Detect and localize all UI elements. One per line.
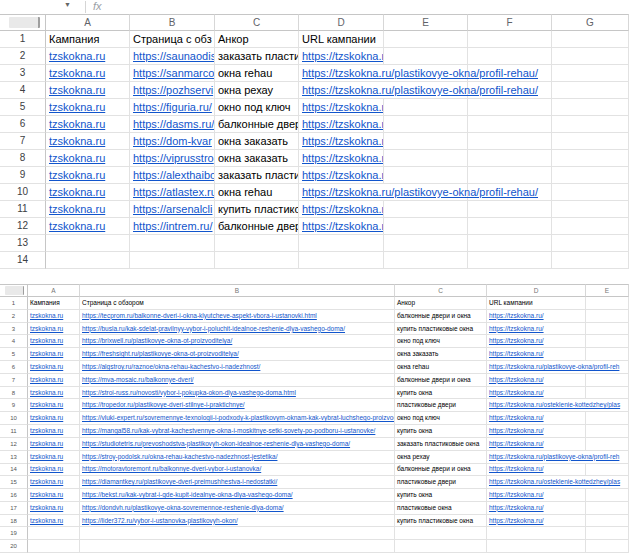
bottom-cell-B6[interactable]: https://algstroy.ru/raznoe/okna-rehau-ka… [80,361,395,374]
top-cell-D1[interactable]: URL кампании [299,31,384,48]
top-cell-F12[interactable] [468,218,552,235]
top-cell-A7[interactable]: tzskokna.ru [46,133,130,150]
bottom-cell-B5[interactable]: https://freshsight.ru/plastikovye-okna-o… [80,348,395,361]
bottom-cell-A18[interactable]: tzskokna.ru [28,515,80,528]
top-cell-F13[interactable] [468,235,552,252]
top-link-A5[interactable]: tzskokna.ru [49,99,126,115]
bottom-cell-A11[interactable]: tzskokna.ru [28,425,80,438]
bottom-cell-B17[interactable]: https://dondvh.ru/plastikovye-okna-sovre… [80,502,395,515]
top-cell-C4[interactable]: окна рехау [215,82,299,99]
top-cell-A5[interactable]: tzskokna.ru [46,99,130,116]
bottom-cell-E18[interactable] [586,515,629,528]
bottom-cell-B11[interactable]: https://mangal58.ru/kak-vybrat-kachestve… [80,425,395,438]
bottom-cell-A14[interactable]: tzskokna.ru [28,463,80,476]
top-link-A10[interactable]: tzskokna.ru [49,184,126,200]
bottom-cell-D2[interactable]: https://tzskokna.ru/ [487,310,586,323]
top-cell-E11[interactable] [384,201,468,218]
bottom-cell-B14[interactable]: https://motoravtoremont.ru/balkonnye-dve… [80,463,395,476]
bottom-cell-C5[interactable]: окна заказать [395,348,487,361]
top-cell-B9[interactable]: https://alexthaibo [130,167,215,184]
top-cell-B3[interactable]: https://sanmarco [130,65,215,82]
bottom-cell-B19[interactable] [80,527,395,540]
bottom-cell-A17[interactable]: tzskokna.ru [28,502,80,515]
bottom-cell-D6[interactable]: https://tzskokna.ru/plastikovye-okna/pro… [487,361,586,374]
bottom-link-B16[interactable]: https://bekst.ru/kak-vybrat-i-gde-kupit-… [82,489,392,501]
top-cell-G3[interactable] [552,65,629,82]
top-link-A2[interactable]: tzskokna.ru [49,48,126,64]
top-cell-A12[interactable]: tzskokna.ru [46,218,130,235]
top-column-header-B[interactable]: B [130,14,215,31]
top-link-D8[interactable]: https://tzskokna.ru/ [302,150,380,166]
bottom-link-A15[interactable]: tzskokna.ru [30,476,77,488]
top-cell-D5[interactable]: https://tzskokna.ru/ [299,99,384,116]
top-cell-E6[interactable] [384,116,468,133]
bottom-cell-A8[interactable]: tzskokna.ru [28,387,80,400]
top-link-B5[interactable]: https://figuria.ru/ [133,99,211,115]
bottom-cell-E5[interactable] [586,348,629,361]
bottom-row-number-4[interactable]: 4 [0,335,28,348]
bottom-row-number-19[interactable]: 19 [0,527,28,540]
bottom-link-B4[interactable]: https://brixwell.ru/plastikovye-okna-ot-… [82,335,392,347]
top-link-B10[interactable]: https://atlastex.ru [133,184,211,200]
top-cell-C14[interactable] [215,252,299,269]
bottom-cell-E7[interactable] [586,374,629,387]
top-link-A4[interactable]: tzskokna.ru [49,82,126,98]
top-cell-D14[interactable] [299,252,384,269]
bottom-cell-C7[interactable]: балконные двери и окна [395,374,487,387]
bottom-cell-C4[interactable]: окно под ключ [395,335,487,348]
top-cell-B8[interactable]: https://viprusstro [130,150,215,167]
bottom-cell-E2[interactable] [586,310,629,323]
top-cell-F6[interactable] [468,116,552,133]
bottom-cell-D16[interactable]: https://tzskokna.ru/ [487,489,586,502]
bottom-link-B10[interactable]: https://vluki-expert.ru/sovremennye-texn… [82,412,392,424]
bottom-link-D5[interactable]: https://tzskokna.ru/ [489,348,583,360]
top-cell-C2[interactable]: заказать пласти [215,48,299,65]
top-cell-F5[interactable] [468,99,552,116]
top-cell-B13[interactable] [130,235,215,252]
bottom-cell-A5[interactable]: tzskokna.ru [28,348,80,361]
top-row-number-8[interactable]: 8 [0,150,46,167]
bottom-cell-D20[interactable] [487,540,586,553]
bottom-cell-B12[interactable]: https://studiotetris.ru/prevoshodstva-pl… [80,438,395,451]
bottom-cell-A19[interactable] [28,527,80,540]
top-link-D5[interactable]: https://tzskokna.ru/ [302,99,380,115]
bottom-cell-B1[interactable]: Страница с обзором [80,297,395,310]
bottom-cell-A12[interactable]: tzskokna.ru [28,438,80,451]
top-cell-A14[interactable] [46,252,130,269]
bottom-cell-E4[interactable] [586,335,629,348]
top-cell-D7[interactable]: https://tzskokna.ru/ [299,133,384,150]
top-cell-B2[interactable]: https://saunaodis [130,48,215,65]
bottom-column-header-E[interactable]: E [586,284,629,297]
bottom-cell-D1[interactable]: URL кампании [487,297,586,310]
top-cell-A9[interactable]: tzskokna.ru [46,167,130,184]
bottom-cell-B20[interactable] [80,540,395,553]
bottom-cell-A3[interactable]: tzskokna.ru [28,323,80,336]
top-cell-E9[interactable] [384,167,468,184]
top-row-number-14[interactable]: 14 [0,252,46,269]
top-row-number-3[interactable]: 3 [0,65,46,82]
bottom-cell-E16[interactable] [586,489,629,502]
bottom-link-A16[interactable]: tzskokna.ru [30,489,77,501]
top-cell-B5[interactable]: https://figuria.ru/ [130,99,215,116]
top-cell-F2[interactable] [468,48,552,65]
bottom-cell-B4[interactable]: https://brixwell.ru/plastikovye-okna-ot-… [80,335,395,348]
top-row-number-1[interactable]: 1 [0,31,46,48]
top-cell-B4[interactable]: https://pozhservi [130,82,215,99]
bottom-link-D10[interactable]: https://tzskokna.ru/ [489,412,583,424]
top-link-D10[interactable]: https://tzskokna.ru/plastikovye-okna/pro… [302,184,381,200]
top-cell-B1[interactable]: Страница с обз [130,31,215,48]
bottom-cell-C8[interactable]: купить окна [395,387,487,400]
bottom-row-number-20[interactable]: 20 [0,540,28,553]
bottom-cell-A16[interactable]: tzskokna.ru [28,489,80,502]
bottom-link-A13[interactable]: tzskokna.ru [30,451,77,463]
bottom-cell-A4[interactable]: tzskokna.ru [28,335,80,348]
top-cell-C13[interactable] [215,235,299,252]
bottom-link-D8[interactable]: https://tzskokna.ru/ [489,387,583,399]
top-cell-E13[interactable] [384,235,468,252]
top-cell-G8[interactable] [552,150,629,167]
bottom-cell-C14[interactable]: балконные двери и окна [395,463,487,476]
bottom-cell-D14[interactable]: https://tzskokna.ru/ [487,463,586,476]
top-cell-D12[interactable]: https://tzskokna.ru/ [299,218,384,235]
bottom-cell-C10[interactable]: окно под ключ [395,412,487,425]
bottom-row-number-17[interactable]: 17 [0,502,28,515]
